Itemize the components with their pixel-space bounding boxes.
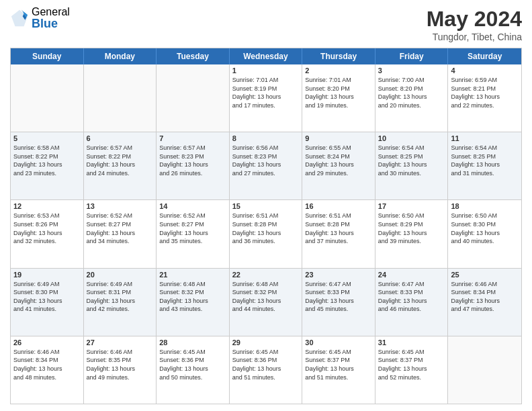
day-number-14: 14 (159, 202, 226, 210)
day-number-13: 13 (87, 202, 154, 210)
day-info-31: Sunrise: 6:45 AM Sunset: 8:37 PM Dayligh… (378, 348, 445, 381)
header: GeneralBlue May 2024 Tungdor, Tibet, Chi… (10, 7, 522, 42)
empty-cell-4-6 (448, 336, 521, 404)
day-25: 25Sunrise: 6:46 AM Sunset: 8:34 PM Dayli… (448, 269, 521, 336)
day-number-10: 10 (378, 134, 445, 142)
day-info-25: Sunrise: 6:46 AM Sunset: 8:34 PM Dayligh… (451, 280, 519, 314)
header-day-tuesday: Tuesday (157, 48, 230, 64)
day-number-27: 27 (87, 338, 154, 347)
day-info-23: Sunrise: 6:47 AM Sunset: 8:33 PM Dayligh… (305, 280, 372, 314)
day-number-25: 25 (451, 271, 519, 279)
day-info-6: Sunrise: 6:57 AM Sunset: 8:22 PM Dayligh… (87, 144, 154, 177)
day-11: 11Sunrise: 6:54 AM Sunset: 8:25 PM Dayli… (448, 132, 521, 199)
day-number-11: 11 (451, 134, 519, 142)
day-info-5: Sunrise: 6:58 AM Sunset: 8:22 PM Dayligh… (13, 144, 81, 177)
day-info-4: Sunrise: 6:59 AM Sunset: 8:21 PM Dayligh… (451, 76, 519, 109)
day-19: 19Sunrise: 6:49 AM Sunset: 8:30 PM Dayli… (11, 269, 84, 336)
day-number-2: 2 (305, 66, 372, 75)
day-4: 4Sunrise: 6:59 AM Sunset: 8:21 PM Daylig… (448, 64, 521, 132)
day-info-3: Sunrise: 7:00 AM Sunset: 8:20 PM Dayligh… (378, 76, 445, 109)
day-info-2: Sunrise: 7:01 AM Sunset: 8:20 PM Dayligh… (305, 76, 372, 109)
day-number-29: 29 (232, 338, 300, 347)
day-info-1: Sunrise: 7:01 AM Sunset: 8:19 PM Dayligh… (232, 76, 300, 109)
header-day-saturday: Saturday (448, 48, 521, 64)
day-info-27: Sunrise: 6:46 AM Sunset: 8:35 PM Dayligh… (87, 348, 154, 381)
day-number-22: 22 (232, 271, 300, 279)
day-number-21: 21 (159, 271, 226, 279)
calendar-header: SundayMondayTuesdayWednesdayThursdayFrid… (11, 48, 521, 64)
empty-cell-0-0 (11, 64, 84, 132)
week-row-4: 26Sunrise: 6:46 AM Sunset: 8:34 PM Dayli… (11, 336, 521, 404)
location: Tungdor, Tibet, China (427, 32, 522, 42)
day-24: 24Sunrise: 6:47 AM Sunset: 8:33 PM Dayli… (375, 269, 449, 336)
day-27: 27Sunrise: 6:46 AM Sunset: 8:35 PM Dayli… (84, 336, 157, 404)
empty-cell-0-1 (84, 64, 157, 132)
day-info-22: Sunrise: 6:48 AM Sunset: 8:32 PM Dayligh… (232, 280, 300, 314)
day-7: 7Sunrise: 6:57 AM Sunset: 8:23 PM Daylig… (157, 132, 230, 199)
day-info-24: Sunrise: 6:47 AM Sunset: 8:33 PM Dayligh… (378, 280, 445, 314)
day-14: 14Sunrise: 6:52 AM Sunset: 8:27 PM Dayli… (157, 200, 230, 267)
day-info-28: Sunrise: 6:45 AM Sunset: 8:36 PM Dayligh… (159, 348, 226, 381)
day-number-16: 16 (305, 202, 372, 210)
week-row-2: 12Sunrise: 6:53 AM Sunset: 8:26 PM Dayli… (11, 199, 521, 267)
day-21: 21Sunrise: 6:48 AM Sunset: 8:32 PM Dayli… (157, 269, 230, 336)
logo-text: GeneralBlue (32, 7, 70, 30)
day-number-6: 6 (87, 134, 154, 142)
day-number-15: 15 (232, 202, 300, 210)
day-31: 31Sunrise: 6:45 AM Sunset: 8:37 PM Dayli… (375, 336, 449, 404)
day-number-4: 4 (451, 66, 519, 75)
day-info-11: Sunrise: 6:54 AM Sunset: 8:25 PM Dayligh… (451, 144, 519, 177)
day-17: 17Sunrise: 6:50 AM Sunset: 8:29 PM Dayli… (375, 200, 449, 267)
day-28: 28Sunrise: 6:45 AM Sunset: 8:36 PM Dayli… (157, 336, 230, 404)
day-info-9: Sunrise: 6:55 AM Sunset: 8:24 PM Dayligh… (305, 144, 372, 177)
day-info-15: Sunrise: 6:51 AM Sunset: 8:28 PM Dayligh… (232, 212, 300, 245)
day-number-7: 7 (159, 134, 226, 142)
day-13: 13Sunrise: 6:52 AM Sunset: 8:27 PM Dayli… (84, 200, 157, 267)
header-day-friday: Friday (375, 48, 449, 64)
week-row-0: 1Sunrise: 7:01 AM Sunset: 8:19 PM Daylig… (11, 64, 521, 132)
day-info-10: Sunrise: 6:54 AM Sunset: 8:25 PM Dayligh… (378, 144, 445, 177)
empty-cell-0-2 (157, 64, 230, 132)
logo-blue: Blue (32, 17, 70, 30)
day-number-12: 12 (13, 202, 81, 210)
day-12: 12Sunrise: 6:53 AM Sunset: 8:26 PM Dayli… (11, 200, 84, 267)
day-number-1: 1 (232, 66, 300, 75)
day-30: 30Sunrise: 6:45 AM Sunset: 8:37 PM Dayli… (302, 336, 375, 404)
day-number-28: 28 (159, 338, 226, 347)
day-10: 10Sunrise: 6:54 AM Sunset: 8:25 PM Dayli… (375, 132, 449, 199)
day-3: 3Sunrise: 7:00 AM Sunset: 8:20 PM Daylig… (375, 64, 449, 132)
day-number-18: 18 (451, 202, 519, 210)
day-info-21: Sunrise: 6:48 AM Sunset: 8:32 PM Dayligh… (159, 280, 226, 314)
day-16: 16Sunrise: 6:51 AM Sunset: 8:28 PM Dayli… (302, 200, 375, 267)
day-15: 15Sunrise: 6:51 AM Sunset: 8:28 PM Dayli… (230, 200, 303, 267)
day-8: 8Sunrise: 6:56 AM Sunset: 8:23 PM Daylig… (230, 132, 303, 199)
day-info-26: Sunrise: 6:46 AM Sunset: 8:34 PM Dayligh… (13, 348, 81, 381)
day-26: 26Sunrise: 6:46 AM Sunset: 8:34 PM Dayli… (11, 336, 84, 404)
day-info-29: Sunrise: 6:45 AM Sunset: 8:36 PM Dayligh… (232, 348, 300, 381)
month-title: May 2024 (427, 7, 522, 32)
day-number-31: 31 (378, 338, 445, 347)
day-info-17: Sunrise: 6:50 AM Sunset: 8:29 PM Dayligh… (378, 212, 445, 245)
day-info-19: Sunrise: 6:49 AM Sunset: 8:30 PM Dayligh… (13, 280, 81, 314)
day-info-14: Sunrise: 6:52 AM Sunset: 8:27 PM Dayligh… (159, 212, 226, 245)
day-number-30: 30 (305, 338, 372, 347)
day-info-12: Sunrise: 6:53 AM Sunset: 8:26 PM Dayligh… (13, 212, 81, 245)
day-9: 9Sunrise: 6:55 AM Sunset: 8:24 PM Daylig… (302, 132, 375, 199)
day-18: 18Sunrise: 6:50 AM Sunset: 8:30 PM Dayli… (448, 200, 521, 267)
day-info-30: Sunrise: 6:45 AM Sunset: 8:37 PM Dayligh… (305, 348, 372, 381)
header-day-sunday: Sunday (11, 48, 84, 64)
day-number-9: 9 (305, 134, 372, 142)
calendar: SundayMondayTuesdayWednesdayThursdayFrid… (10, 48, 522, 404)
day-info-8: Sunrise: 6:56 AM Sunset: 8:23 PM Dayligh… (232, 144, 300, 177)
day-number-17: 17 (378, 202, 445, 210)
day-number-26: 26 (13, 338, 81, 347)
day-number-3: 3 (378, 66, 445, 75)
calendar-body: 1Sunrise: 7:01 AM Sunset: 8:19 PM Daylig… (11, 64, 521, 404)
title-section: May 2024 Tungdor, Tibet, China (427, 7, 522, 42)
logo-icon (10, 9, 29, 28)
page: GeneralBlue May 2024 Tungdor, Tibet, Chi… (0, 0, 532, 411)
day-number-8: 8 (232, 134, 300, 142)
week-row-3: 19Sunrise: 6:49 AM Sunset: 8:30 PM Dayli… (11, 268, 521, 336)
day-20: 20Sunrise: 6:49 AM Sunset: 8:31 PM Dayli… (84, 269, 157, 336)
day-5: 5Sunrise: 6:58 AM Sunset: 8:22 PM Daylig… (11, 132, 84, 199)
